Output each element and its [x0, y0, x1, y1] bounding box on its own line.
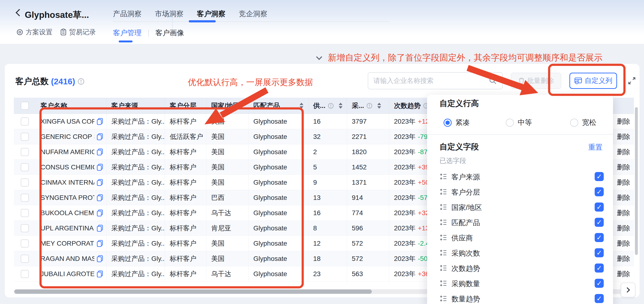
delete-row-link[interactable]: 删除 — [615, 220, 634, 236]
supplier-count[interactable]: 9 — [308, 175, 347, 190]
copy-icon[interactable] — [96, 164, 104, 171]
sort-icon[interactable] — [339, 103, 342, 109]
supplier-count[interactable]: 16 — [308, 205, 347, 220]
field-item-采购次数[interactable]: 采购次数✓ — [427, 245, 613, 260]
field-checkbox[interactable]: ✓ — [595, 294, 604, 303]
next-page-button[interactable] — [621, 282, 636, 297]
back-icon[interactable] — [16, 9, 23, 16]
sort-icon[interactable] — [377, 103, 381, 109]
info-icon[interactable] — [328, 103, 334, 109]
delete-row-link[interactable]: 删除 — [615, 190, 634, 205]
supplier-count[interactable]: 32 — [308, 129, 347, 144]
tab-竞企洞察[interactable]: 竞企洞察 — [239, 9, 268, 19]
purchase-count[interactable]: 2271 — [347, 129, 389, 144]
col-header-tier[interactable]: 客户分层 — [165, 98, 206, 114]
purchase-count[interactable]: 1371 — [347, 175, 389, 190]
delete-row-link[interactable]: 删除 — [615, 160, 634, 175]
field-checkbox[interactable]: ✓ — [595, 264, 604, 272]
search-input[interactable] — [374, 77, 489, 84]
purchase-count[interactable]: 1452 — [347, 160, 389, 175]
col-header-region[interactable]: 国家/地区 — [206, 98, 248, 114]
drag-handle-icon[interactable] — [440, 234, 447, 241]
tab-市场洞察[interactable]: 市场洞察 — [155, 9, 184, 19]
drag-handle-icon[interactable] — [440, 204, 447, 210]
copy-icon[interactable] — [96, 148, 104, 156]
field-checkbox[interactable]: ✓ — [595, 202, 604, 212]
drag-handle-icon[interactable] — [440, 188, 447, 195]
field-checkbox[interactable]: ✓ — [595, 172, 604, 181]
purchase-count[interactable]: 774 — [347, 205, 389, 220]
radio-icon[interactable] — [570, 119, 578, 127]
delete-row-link[interactable]: 删除 — [615, 144, 634, 160]
col-header-suppliers[interactable]: 供... — [308, 98, 347, 114]
subtab-客户画像[interactable]: 客户画像 — [156, 28, 184, 38]
col-header-product[interactable]: 匹配产品 — [248, 98, 308, 114]
field-checkbox[interactable]: ✓ — [595, 279, 604, 288]
drag-handle-icon[interactable] — [440, 173, 447, 180]
purchase-count[interactable]: 914 — [347, 190, 389, 205]
field-checkbox[interactable]: ✓ — [595, 233, 604, 242]
fullscreen-icon[interactable] — [627, 76, 637, 86]
batch-delete-button[interactable]: 批量删除 — [511, 73, 561, 89]
field-item-国家/地区[interactable]: 国家/地区✓ — [427, 200, 613, 215]
tab-客户洞察[interactable]: 客户洞察 — [197, 9, 226, 19]
trade-records-button[interactable]: 贸易记录 — [60, 28, 96, 37]
row-checkbox[interactable] — [21, 133, 29, 141]
copy-icon[interactable] — [96, 133, 104, 140]
row-checkbox[interactable] — [21, 270, 29, 278]
radio-icon[interactable] — [444, 119, 452, 127]
field-checkbox[interactable]: ✓ — [595, 218, 604, 227]
purchase-count[interactable]: 563 — [347, 266, 389, 281]
supplier-count[interactable]: 8 — [308, 220, 347, 236]
row-checkbox[interactable] — [21, 255, 29, 263]
tab-产品洞察[interactable]: 产品洞察 — [113, 9, 142, 19]
supplier-count[interactable]: 12 — [308, 236, 347, 251]
delete-row-link[interactable]: 删除 — [615, 175, 634, 190]
copy-icon[interactable] — [96, 224, 104, 232]
purchase-count[interactable]: 3797 — [347, 114, 389, 129]
supplier-count[interactable]: 16 — [308, 114, 347, 129]
supplier-count[interactable]: 5 — [308, 160, 347, 175]
drag-handle-icon[interactable] — [440, 264, 447, 272]
sort-icon[interactable] — [300, 103, 304, 109]
purchase-count[interactable]: 572 — [347, 236, 389, 251]
field-item-采购数量[interactable]: 采购数量✓ — [427, 276, 613, 291]
search-icon[interactable] — [489, 77, 497, 85]
drag-handle-icon[interactable] — [440, 295, 447, 302]
purchase-count[interactable]: 596 — [347, 220, 389, 236]
row-checkbox[interactable] — [21, 224, 29, 232]
drag-handle-icon[interactable] — [440, 280, 447, 287]
field-item-供应商[interactable]: 供应商✓ — [427, 230, 613, 245]
supplier-count[interactable]: 18 — [308, 251, 347, 266]
field-item-匹配产品[interactable]: 匹配产品✓ — [427, 215, 613, 230]
select-all-checkbox[interactable] — [21, 102, 29, 110]
copy-icon[interactable] — [96, 240, 104, 247]
field-item-客户分层[interactable]: 客户分层✓ — [427, 184, 613, 200]
copy-icon[interactable] — [96, 270, 104, 278]
vertical-scrollbar[interactable] — [635, 107, 638, 255]
delete-row-link[interactable]: 删除 — [615, 236, 634, 251]
row-height-option-宽松[interactable]: 宽松 — [570, 118, 596, 128]
delete-row-link[interactable]: 删除 — [615, 251, 634, 266]
scheme-settings-button[interactable]: 方案设置 — [16, 28, 52, 37]
purchase-count[interactable]: 1820 — [347, 144, 389, 160]
row-checkbox[interactable] — [21, 240, 29, 248]
drag-handle-icon[interactable] — [440, 249, 447, 256]
field-item-次数趋势[interactable]: 次数趋势✓ — [427, 260, 613, 276]
copy-icon[interactable] — [96, 194, 104, 202]
drag-handle-icon[interactable] — [440, 219, 447, 226]
supplier-count[interactable]: 23 — [308, 266, 347, 281]
purchase-count[interactable]: 572 — [347, 251, 389, 266]
row-checkbox[interactable] — [21, 209, 29, 217]
row-checkbox[interactable] — [21, 194, 29, 202]
delete-row-link[interactable]: 删除 — [615, 129, 634, 144]
row-checkbox[interactable] — [21, 178, 29, 186]
col-header-purchases[interactable]: 采... — [347, 98, 389, 114]
info-icon[interactable] — [78, 78, 84, 85]
supplier-count[interactable]: 2 — [308, 144, 347, 160]
info-icon[interactable] — [366, 103, 372, 109]
row-checkbox[interactable] — [21, 148, 29, 156]
delete-row-link[interactable]: 删除 — [615, 205, 634, 220]
supplier-count[interactable]: 13 — [308, 190, 347, 205]
field-item-数量趋势[interactable]: 数量趋势✓ — [427, 291, 613, 304]
